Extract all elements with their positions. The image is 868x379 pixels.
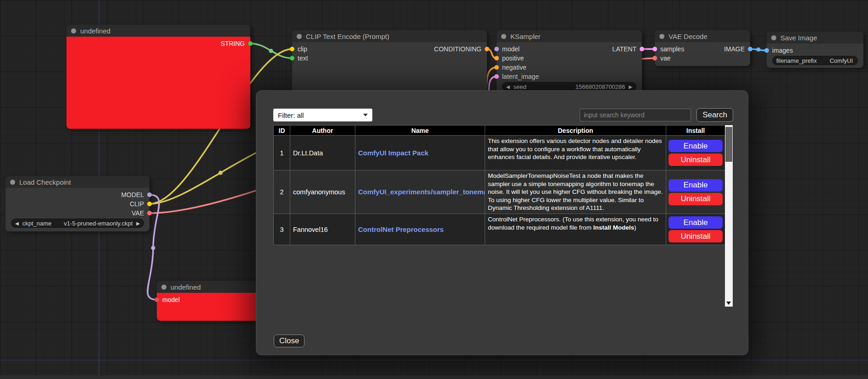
extensions-table: IDAuthorNameDescriptionInstall 1Dr.Lt.Da… <box>273 125 725 245</box>
manager-dialog: Filter: all Search IDAuthorNameDescripti… <box>256 90 748 355</box>
output-dot-clip[interactable] <box>147 202 152 206</box>
widget-seed[interactable]: ◀seed156680208700286▶ <box>502 82 636 91</box>
output-slot-string: STRING <box>221 39 250 48</box>
node-slots: cliptextCONDITIONING <box>292 42 487 63</box>
enable-button[interactable]: Enable <box>669 179 723 192</box>
node-title: undefined <box>171 283 201 291</box>
input-dot-model[interactable] <box>155 297 159 302</box>
enable-button[interactable]: Enable <box>669 216 723 229</box>
input-dot-latent-image[interactable] <box>494 74 499 79</box>
scrollbar-down-arrow[interactable] <box>726 302 731 305</box>
node-collapse-dot[interactable] <box>161 285 166 290</box>
column-header-id: ID <box>274 126 290 136</box>
node-body: samplesvaeIMAGE <box>655 42 750 66</box>
extensions-table-wrap: IDAuthorNameDescriptionInstall 1Dr.Lt.Da… <box>273 125 733 307</box>
extension-install-cell: EnableUninstall <box>666 214 725 245</box>
input-slot-samples: samples <box>655 44 684 54</box>
node-title: CLIP Text Encode (Prompt) <box>306 33 389 40</box>
output-dot-model[interactable] <box>147 192 152 197</box>
output-dot-latent[interactable] <box>640 47 644 51</box>
uninstall-button[interactable]: Uninstall <box>669 230 723 242</box>
node-save-image-4[interactable]: Save Imageimagesfilename_prefixComfyUI <box>767 32 863 68</box>
scrollbar-thumb[interactable] <box>725 127 732 162</box>
output-label: LATENT <box>612 45 636 53</box>
extension-name-link[interactable]: ControlNet Preprocessors <box>358 225 444 233</box>
node-slots: images <box>767 44 863 55</box>
widget-value: ComfyUI <box>829 57 853 64</box>
filter-label: Filter: all <box>278 111 304 119</box>
extension-author-cell: Fannovel16 <box>290 214 355 245</box>
search-input[interactable] <box>580 109 691 121</box>
input-dot-model[interactable] <box>494 47 499 51</box>
node-outputs: STRING <box>221 39 250 48</box>
node-collapse-dot[interactable] <box>501 34 506 39</box>
node-inputs: images <box>767 46 793 55</box>
stepper-right-arrow-icon[interactable]: ▶ <box>629 84 632 89</box>
node-header: CLIP Text Encode (Prompt) <box>292 30 487 42</box>
enable-button[interactable]: Enable <box>669 140 723 152</box>
output-dot-image[interactable] <box>748 47 752 51</box>
node-title: undefined <box>80 27 111 35</box>
node-collapse-dot[interactable] <box>71 28 76 33</box>
column-header-author: Author <box>290 126 355 136</box>
node-body: imagesfilename_prefixComfyUI <box>767 44 863 68</box>
node-inputs <box>6 190 10 218</box>
stepper-right-arrow-icon[interactable]: ▶ <box>136 221 140 226</box>
widget-ckpt-name[interactable]: ◀ckpt_namev1-5-pruned-emaonly.ckpt▶ <box>11 219 144 228</box>
extension-description-cell: ModelSamplerTonemapNoiseTest a node that… <box>485 170 666 214</box>
output-dot-string[interactable] <box>248 41 253 46</box>
search-button[interactable]: Search <box>697 108 733 122</box>
table-header-row: IDAuthorNameDescriptionInstall <box>274 126 725 136</box>
uninstall-button[interactable]: Uninstall <box>669 193 723 205</box>
input-dot-samples[interactable] <box>652 47 657 51</box>
extension-name-link[interactable]: ComfyUI_experiments/sampler_tonemap <box>358 188 485 196</box>
node-undefined-0[interactable]: undefinedSTRING <box>66 25 250 129</box>
node-collapse-dot[interactable] <box>297 34 302 39</box>
node-body: MODELCLIPVAE◀ckpt_namev1-5-pruned-emaonl… <box>6 188 149 231</box>
output-slot-latent: LATENT <box>612 44 642 54</box>
node-inputs: model <box>157 295 180 304</box>
node-outputs: IMAGE <box>724 44 750 63</box>
input-dot-vae[interactable] <box>652 56 657 60</box>
stepper-left-arrow-icon[interactable]: ◀ <box>506 84 510 89</box>
uninstall-button[interactable]: Uninstall <box>669 154 723 166</box>
node-title: Save Image <box>780 34 817 42</box>
output-label: IMAGE <box>724 45 745 53</box>
extension-install-cell: EnableUninstall <box>666 136 725 170</box>
output-dot-conditioning[interactable] <box>485 47 489 51</box>
table-scrollbar[interactable] <box>725 125 733 307</box>
node-outputs: LATENT <box>612 44 642 81</box>
widget-filename-prefix[interactable]: filename_prefixComfyUI <box>772 56 858 65</box>
node-slots: MODELCLIPVAE <box>6 188 149 218</box>
input-label: positive <box>502 55 524 62</box>
close-button[interactable]: Close <box>274 335 304 347</box>
output-label: VAE <box>132 209 144 217</box>
input-dot-clip[interactable] <box>290 47 294 51</box>
node-collapse-dot[interactable] <box>10 180 15 185</box>
node-vae-decode-3[interactable]: VAE DecodesamplesvaeIMAGE <box>655 30 750 66</box>
stepper-left-arrow-icon[interactable]: ◀ <box>15 221 19 226</box>
input-dot-positive[interactable] <box>494 56 499 60</box>
node-inputs <box>66 39 71 48</box>
input-label: model <box>162 296 180 303</box>
node-slots: samplesvaeIMAGE <box>655 42 750 63</box>
node-collapse-dot[interactable] <box>771 35 776 40</box>
node-load-checkpoint-5[interactable]: Load CheckpointMODELCLIPVAE◀ckpt_namev1-… <box>6 176 149 231</box>
table-row: 1Dr.Lt.DataComfyUI Impact PackThis exten… <box>274 136 725 170</box>
input-dot-negative[interactable] <box>494 65 499 70</box>
node-widgets: filename_prefixComfyUI <box>767 56 863 65</box>
filter-dropdown[interactable]: Filter: all <box>273 109 372 121</box>
output-label: CLIP <box>130 200 144 208</box>
description-text: This extension offers various detector n… <box>488 137 662 160</box>
input-dot-images[interactable] <box>764 48 769 53</box>
extension-name-link[interactable]: ComfyUI Impact Pack <box>358 149 428 157</box>
table-row: 2comfyanonymousComfyUI_experiments/sampl… <box>274 170 725 214</box>
widget-label: seed <box>514 83 526 90</box>
node-collapse-dot[interactable] <box>659 34 664 39</box>
node-header: undefined <box>66 25 250 37</box>
input-slot-positive: positive <box>497 54 539 63</box>
input-dot-text[interactable] <box>290 56 294 60</box>
input-label: negative <box>502 64 526 71</box>
column-header-install: Install <box>666 126 725 136</box>
output-dot-vae[interactable] <box>147 211 152 215</box>
